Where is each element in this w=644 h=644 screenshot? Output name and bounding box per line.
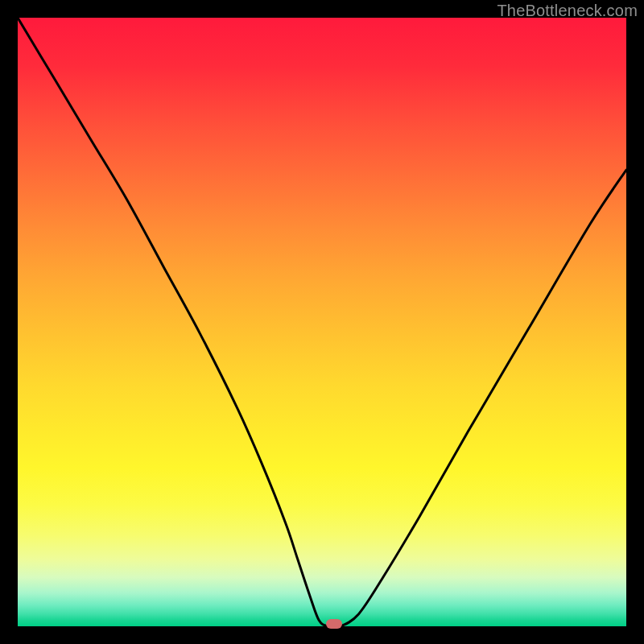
watermark-text: TheBottleneck.com	[497, 2, 638, 20]
gradient-plot-area	[18, 18, 626, 626]
bottleneck-curve	[18, 18, 626, 626]
chart-frame: TheBottleneck.com	[0, 0, 644, 644]
optimal-point-marker	[326, 619, 342, 629]
